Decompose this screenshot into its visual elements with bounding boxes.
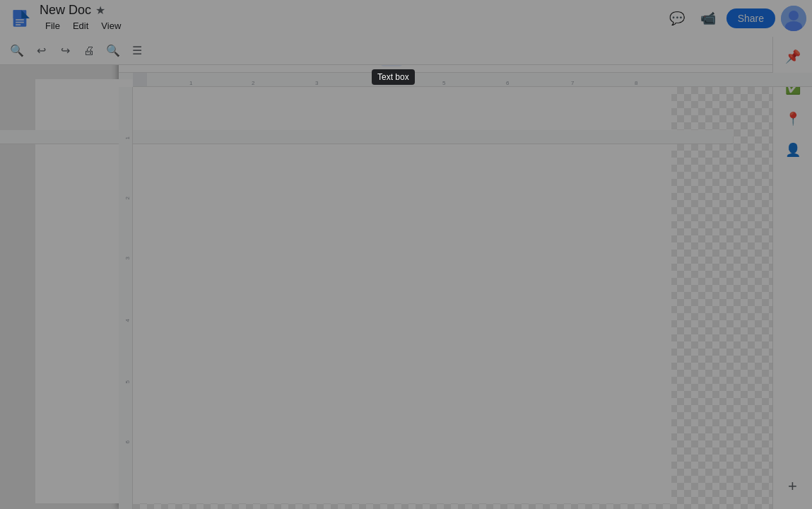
textbox-tooltip: Text box (372, 69, 415, 85)
